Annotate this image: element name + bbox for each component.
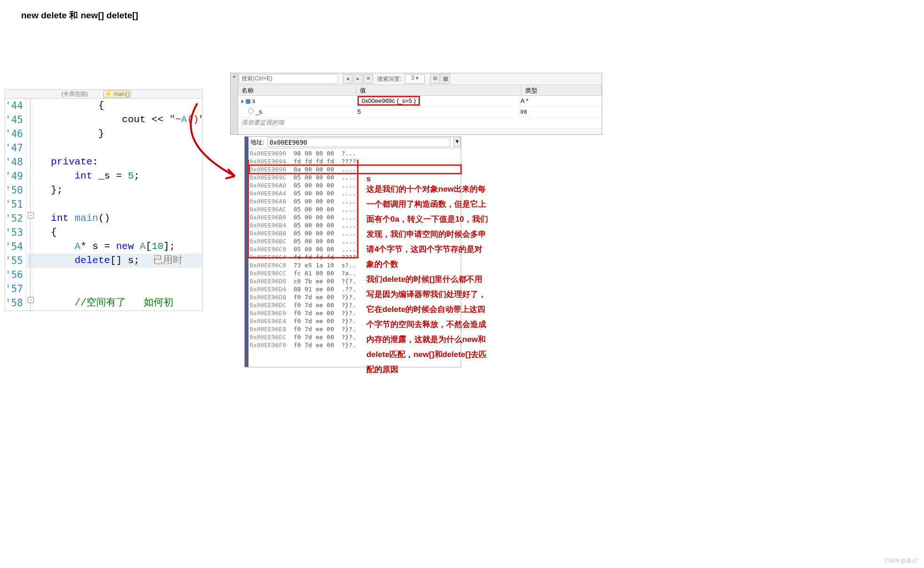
watch-window: ▴ 搜索(Ctrl+E) ◂ ▸ ✕ 搜索深度: 3 ▾ ⚙ ▦ 名称 值 类型… xyxy=(230,73,602,135)
scope-dropdown[interactable]: (全局范围) xyxy=(62,91,88,97)
annotation-text: 这是我们的十个对象new出来的每一个都调用了构造函数，但是它上面有个0a，转义一… xyxy=(366,182,489,377)
func-dropdown[interactable]: ⚡ main() xyxy=(103,91,131,97)
addr-label: 地址: xyxy=(250,138,264,147)
code-area[interactable]: { cout << "~A()" } private: int _s = 5; … xyxy=(26,99,203,311)
watch-add-row[interactable]: 添加要监视的项 xyxy=(238,117,602,128)
object-icon xyxy=(246,99,250,104)
search-next-button[interactable]: ▸ xyxy=(353,74,363,84)
search-input[interactable]: 搜索(Ctrl+E) xyxy=(239,74,338,84)
tool-icon-2[interactable]: ▦ xyxy=(441,74,450,84)
addr-dropdown[interactable]: ▾ xyxy=(453,138,461,147)
value-highlighted: 0x00ee969c {_s=5 } xyxy=(357,96,420,106)
watch-header[interactable]: 名称 值 类型 xyxy=(238,85,602,96)
watch-scrollbar[interactable]: ▴ xyxy=(231,73,238,134)
addr-input[interactable] xyxy=(267,138,450,147)
search-prev-button[interactable]: ◂ xyxy=(343,74,352,84)
search-clear-button[interactable]: ✕ xyxy=(364,74,373,84)
line-gutter: '44'45'46'47'48'49'50'51'52'53'54'55'56'… xyxy=(5,99,26,311)
field-icon xyxy=(248,108,254,114)
editor-header: (全局范围) ⚡ main() xyxy=(5,90,202,99)
tool-icon[interactable]: ⚙ xyxy=(430,74,440,84)
watch-row[interactable]: _s 5 int xyxy=(238,107,602,117)
depth-select[interactable]: 3 ▾ xyxy=(405,74,425,84)
watch-row[interactable]: s 0x00ee969c {_s=5 } A * xyxy=(238,96,602,107)
memory-highlight-box xyxy=(248,160,358,258)
code-editor: (全局范围) ⚡ main() '44'45'46'47'48'49'50'51… xyxy=(5,89,203,311)
depth-label: 搜索深度: xyxy=(377,75,401,83)
page-title: new delete 和 new[] delete[] xyxy=(21,9,138,22)
watermark: CSDN @老么* xyxy=(885,557,918,564)
expand-icon[interactable] xyxy=(241,100,244,103)
